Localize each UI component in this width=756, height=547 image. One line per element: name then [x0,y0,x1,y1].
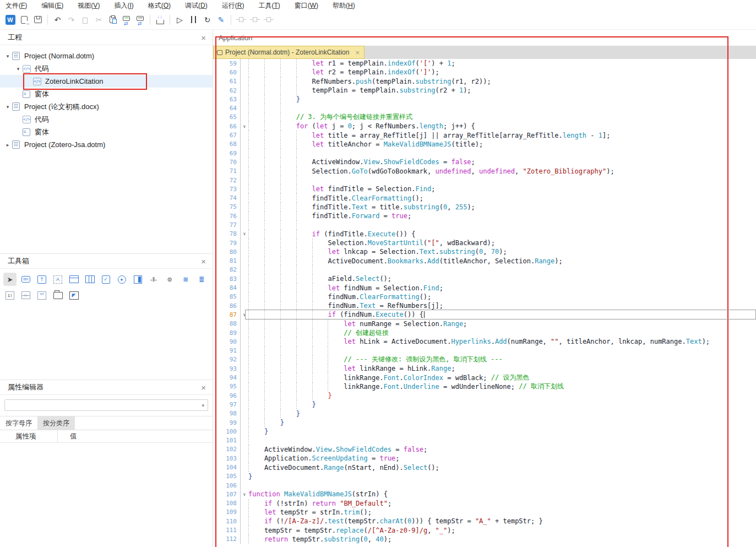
indent-guide [280,167,296,176]
pause-icon[interactable] [187,13,200,26]
menu-item-R[interactable]: 运行(R) [222,1,244,10]
code-token: let [328,248,340,256]
code-token: ); [384,535,391,543]
close-icon[interactable]: × [201,257,206,266]
code-token: push [356,78,372,85]
tree-item--[interactable]: ▾</>代码 [0,62,213,75]
button-stack-icon[interactable]: btn [19,289,32,302]
spinner-icon[interactable]: 1↕ [3,289,17,302]
step-out-icon[interactable] [262,13,275,26]
object-dropdown[interactable]: ▾ [4,399,208,411]
code-line: 70ActiveWindow.View.ShowFieldCodes = fal… [213,158,756,166]
tree-item-project-docx-[interactable]: ▾Project (论文初稿.docx) [0,100,213,113]
step-into-icon[interactable] [234,13,248,26]
properties-tab-alphabetical[interactable]: 按字母序 [0,416,37,430]
tree-item--[interactable]: </>代码 [0,113,213,126]
save-icon[interactable] [31,13,45,26]
indent-guide [296,257,312,266]
step-over-icon[interactable] [248,13,262,26]
run-icon[interactable]: ▷ [173,13,187,26]
v-spring-icon[interactable]: ≣ [195,273,208,286]
fold-marker-icon[interactable]: ∨ [241,230,248,239]
cut-icon[interactable]: ✂ [92,13,106,26]
editor-region: Application Project (Normal.dotm) - Zote… [213,30,756,547]
listview-icon[interactable] [83,273,96,286]
indent-guide [248,113,264,122]
menu-item-I[interactable]: 插入(I) [114,1,133,10]
copy-icon[interactable] [78,13,92,26]
textbox-icon[interactable]: T [35,273,48,286]
tree-item-zoterolinkcitation[interactable]: </>ZoteroLinkCitation [0,75,213,88]
menu-item-V[interactable]: 视图(V) [78,1,100,10]
tree-expand-icon[interactable]: ▾ [3,104,12,110]
button-icon[interactable]: btn [19,273,32,286]
label-icon[interactable]: A [51,273,64,286]
pointer-icon[interactable]: ➤ [3,273,17,286]
indent-guide [248,104,264,112]
fold-marker-icon[interactable]: ∨ [241,490,248,499]
frame-icon[interactable] [67,273,80,286]
comment-remove-icon[interactable] [133,13,147,26]
reset-icon[interactable]: ↻ [200,13,214,26]
code-editor[interactable]: 59let r1 = tempPlain.indexOf('[') + 1;60… [213,59,756,547]
tab-folder-icon[interactable] [51,289,64,302]
tree-item-project-normal-dotm-[interactable]: ▾Project (Normal.dotm) [0,50,213,62]
menu-item-W[interactable]: 窗口(W) [295,1,318,10]
indent-guide [280,337,296,346]
indent-guide [264,391,280,400]
close-icon[interactable]: × [201,33,206,42]
fold-column [241,193,248,202]
fold-column [241,445,248,454]
tree-expand-icon[interactable]: ▾ [14,66,23,72]
menu-item-O[interactable]: 格式(O) [148,1,171,10]
breakpoint-icon[interactable] [153,13,167,26]
edit-run-icon[interactable]: ✎ [214,13,228,26]
tree-expand-icon[interactable]: ▸ [3,142,12,148]
code-token: = wdBlack; [443,374,491,382]
form-glyph: ≡ [23,90,30,98]
menu-item-E[interactable]: 编辑(E) [41,1,63,10]
comment-add-icon[interactable] [119,13,133,26]
tree-expand-icon[interactable]: ▾ [3,53,12,59]
toggle-icon[interactable] [131,273,144,286]
code-line: 104ActiveDocument.Range(nStart, nEnd).Se… [213,463,756,472]
save-as-icon[interactable] [17,13,31,26]
radio-icon[interactable]: ● [115,273,128,286]
tree-item-project-zotero-jsa-dotm-[interactable]: ▸Project (Zotero-Jsa.dotm) [0,138,213,151]
menu-item-H[interactable]: 帮助(H) [333,1,355,10]
code-token: (); [427,464,439,472]
indent-guide [296,373,312,382]
checkbox-icon[interactable]: ✓ [99,273,112,286]
xyz-box-icon[interactable]: xyz [35,289,48,302]
indent-guide [280,319,296,328]
h-adjuster-icon[interactable]: -‖- [147,273,160,286]
editor-tab-bar: Project (Normal.dotm) - ZoteroLinkCitati… [213,46,756,59]
line-number: 62 [213,86,241,95]
properties-tab-categorized[interactable]: 按分类序 [37,416,75,430]
line-number: 86 [213,301,241,310]
tab-close-icon[interactable]: × [355,48,360,57]
menu-item-D[interactable]: 调试(D) [185,1,208,10]
code-token: let [312,132,324,139]
close-icon[interactable]: × [201,383,206,392]
editor-tab-active[interactable]: Project (Normal.dotm) - ZoteroLinkCitati… [213,46,365,59]
undo-icon[interactable]: ↶ [51,13,64,26]
form-pointer-icon[interactable]: ◤ [67,289,80,302]
code-line: 86findNum.Text = RefNumbers[j]; [213,301,756,310]
fold-marker-icon[interactable]: ∨ [241,122,248,131]
indent-guide [328,364,344,373]
toolbox-grid: ➤btnTA✓●-‖-⊜≋≣1↕btnxyz◤ [0,269,213,306]
toolbar-separator [170,15,170,25]
tree-item--[interactable]: ≡窗体 [0,88,213,100]
paste-icon[interactable] [106,13,119,26]
redo-icon[interactable]: ↷ [64,13,78,26]
menu-item-T[interactable]: 工具(T) [258,1,280,10]
h-spring-icon[interactable]: ≋ [179,273,192,286]
menu-item-F[interactable]: 文件(F) [6,1,27,10]
code-token: ShowFieldCodes [384,158,439,166]
fold-marker-icon[interactable]: ∨ [241,310,248,319]
tree-item--[interactable]: ≡窗体 [0,126,213,138]
indent-guide [248,373,264,382]
word-icon[interactable]: W [3,13,17,26]
v-adjuster-icon[interactable]: ⊜ [163,273,176,286]
